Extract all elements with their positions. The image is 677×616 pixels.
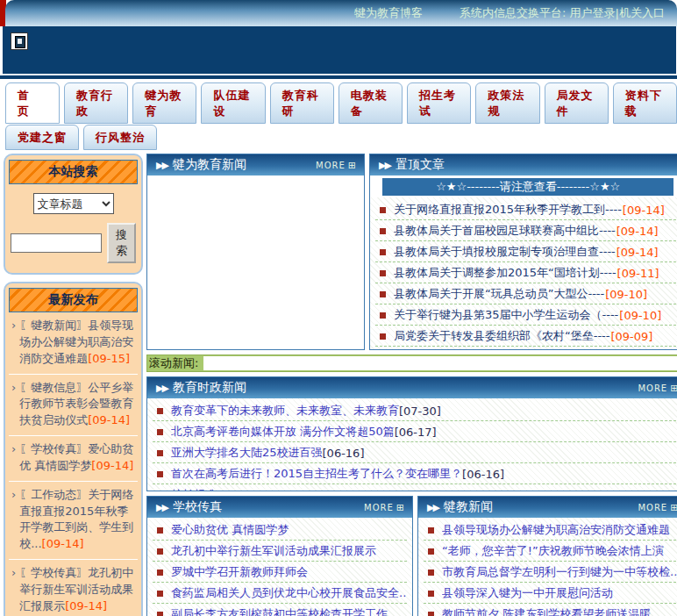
news-link[interactable]: 教师节前夕 陈建东到学校看望老师送温暖 <box>424 604 677 616</box>
news-link[interactable]: 教育变革下的未来教师、未来教室、未来教育 [07-30] <box>153 400 677 421</box>
main-column: ▶▶ 犍为教育新闻 MORE⊞ ▶▶ 置顶文章 ☆★☆--------请注意查看… <box>146 154 677 616</box>
nav-tab[interactable]: 犍为教育 <box>132 82 196 124</box>
latest-post-link[interactable]: › 〖学校传真〗爱心助贫优 真情圆学梦[09-14] <box>9 436 138 482</box>
more-link[interactable]: MORE⊞ <box>364 502 405 513</box>
pinned-article-link[interactable]: 关于举行犍为县第35届中小学生运动会（---- [09-10] <box>375 304 677 326</box>
news-link[interactable]: 副局长李方友到榨鼓初中等校检查开学工作 <box>153 604 407 616</box>
news-link[interactable]: 市教育局总督学左明利一行到犍为一中等校检... <box>424 562 677 583</box>
square-bullet-icon <box>157 527 163 534</box>
square-bullet-icon <box>380 207 386 213</box>
section-header: ▶▶ 犍为教育新闻 MORE⊞ <box>147 154 364 175</box>
school-fax-list: 爱心助贫优 真情圆学梦 龙孔初中举行新生军训活动成果汇报展示 罗城中学召开新教师… <box>147 518 412 616</box>
news-link[interactable]: 龙孔初中举行新生军训活动成果汇报展示 <box>153 541 407 562</box>
more-link[interactable]: MORE⊞ <box>316 160 357 171</box>
platform-login-link[interactable]: 系统内信息交换平台: 用户登录 <box>460 5 616 21</box>
arrow-bullet-icon: › <box>11 487 16 553</box>
news-title: “老师，您辛苦了!”庆祝教师节晚会浓情上演 <box>442 543 664 559</box>
pinned-article-link[interactable]: 关于网络直报直报2015年秋季开学教工到---- [09-14] <box>375 199 677 220</box>
article-title: 关于命名第一批县级名师工作室的通知------ <box>394 349 612 350</box>
scrolling-news-label: 滚动新闻: <box>147 355 202 371</box>
news-date: [06-16] <box>462 468 504 481</box>
plus-box-icon: ⊞ <box>396 502 405 513</box>
section-school-fax: ▶▶ 学校传真 MORE⊞ 爱心助贫优 真情圆学梦 龙孔初中举行新生 <box>146 496 413 616</box>
search-field-select[interactable]: 文章标题 <box>33 193 114 214</box>
gov-entry-link[interactable]: 机关入口 <box>619 5 665 21</box>
arrow-bullet-icon: › <box>11 380 16 430</box>
nav-tab[interactable]: 行风整治 <box>83 125 157 150</box>
nav-tab[interactable]: 教育行政 <box>64 82 128 124</box>
latest-post-link[interactable]: › 〖犍教新闻〗县领导现场办公解犍为职高治安消防交通难题[09-15] <box>9 312 138 375</box>
section-jianwei-education-news: ▶▶ 犍为教育新闻 MORE⊞ <box>146 154 365 350</box>
latest-post-link[interactable]: › 〖犍教信息〗公平乡举行教师节表彰会暨教育扶贫启动仪式[09-14] <box>9 375 138 437</box>
news-title: 龙孔初中举行新生军训活动成果汇报展示 <box>171 543 376 559</box>
plus-box-icon: ⊞ <box>670 383 677 394</box>
article-date: [09-14] <box>616 225 659 238</box>
search-button[interactable]: 搜索 <box>107 223 136 263</box>
news-title: 教师节前夕 陈建东到学校看望老师送温暖 <box>442 606 651 616</box>
article-date: [09-10] <box>605 288 647 301</box>
more-link[interactable]: MORE⊞ <box>638 383 677 394</box>
nav-tab[interactable]: 教育科研 <box>270 82 334 124</box>
nav-tab[interactable]: 电教装备 <box>338 82 403 124</box>
nav-tab[interactable]: 首 页 <box>5 82 60 124</box>
pinned-article-link[interactable]: 局党委关于转发县委组织部《农村“堡垒---- [09-09] <box>375 326 677 347</box>
latest-post-link[interactable]: › 〖工作动态〗关于网络直报直报2015年秋季开学教工到岗、学生到校...[09… <box>9 482 138 560</box>
pinned-article-link[interactable]: 县教体局关于开展“玩具总动员”大型公---- [09-10] <box>375 283 677 304</box>
square-bullet-icon <box>157 471 163 477</box>
pinned-article-link[interactable]: 县教体局关于调整参加2015年“国培计划---- [09-11] <box>375 262 677 283</box>
pinned-article-link[interactable]: 县教体局关于首届校园足球联赛高中组比---- [09-14] <box>375 220 677 241</box>
article-date: [09-11] <box>617 267 659 280</box>
news-title: 亚洲大学排名大陆25校进百强 <box>171 445 323 461</box>
double-arrow-icon: ▶▶ <box>427 502 438 513</box>
nav-tab[interactable]: 队伍建设 <box>201 82 265 124</box>
scrolling-news-marquee <box>203 356 677 370</box>
article-date: [09-14] <box>623 204 665 217</box>
nav-tab[interactable]: 党建之窗 <box>5 125 79 150</box>
news-date: [03-04] <box>217 489 259 492</box>
blog-link[interactable]: 犍为教育博客 <box>354 5 423 21</box>
attention-notice: ☆★☆--------请注意查看--------☆★☆ <box>382 178 673 196</box>
page-content: 本站搜索 文章标题 搜索 最新发布 › 〖犍教新闻〗县领导现场办公解犍为职高治安… <box>0 151 677 616</box>
search-input[interactable] <box>11 233 102 253</box>
square-bullet-icon <box>157 429 163 435</box>
news-title: 副局长李方友到榨鼓初中等校检查开学工作 <box>171 606 388 616</box>
news-link[interactable]: 罗城中学召开新教师拜师会 <box>153 562 407 583</box>
news-title: 爱心助贫优 真情圆学梦 <box>171 522 289 538</box>
latest-posts-title: 最新发布 <box>9 288 138 312</box>
news-link[interactable]: 首次在高考后进行！2015自主招生考了什么？变在哪里？ [06-16] <box>153 463 677 484</box>
latest-post-link[interactable]: › 〖学校传真〗龙孔初中举行新生军训活动成果汇报展示[09-14] <box>9 560 138 616</box>
nav-tab[interactable]: 资料下载 <box>613 82 677 124</box>
news-link[interactable]: “老师，您辛苦了!”庆祝教师节晚会浓情上演 <box>424 541 677 562</box>
article-title: 关于网络直报直报2015年秋季开学教工到---- <box>394 202 622 218</box>
news-date: [06-16] <box>323 447 365 460</box>
post-date: [09-14] <box>91 459 133 472</box>
news-link[interactable]: 爱心助贫优 真情圆学梦 <box>153 519 407 541</box>
news-link[interactable]: 校长标准 [03-04] <box>153 484 677 491</box>
square-bullet-icon <box>157 612 163 616</box>
article-title: 关于举行犍为县第35届中小学生运动会（---- <box>394 307 618 323</box>
post-date: [09-14] <box>65 599 107 612</box>
square-bullet-icon <box>157 591 163 597</box>
nav-tab[interactable]: 招生考试 <box>407 82 471 124</box>
more-link[interactable]: MORE⊞ <box>638 502 677 513</box>
pinned-article-link[interactable]: 县教体局关于填报校服定制专项治理自查---- [09-14] <box>375 241 677 262</box>
news-link[interactable]: 县领导现场办公解犍为职高治安消防交通难题 <box>424 519 677 541</box>
latest-post-text: 〖学校传真〗爱心助贫优 真情圆学梦[09-14] <box>19 441 137 475</box>
arrow-bullet-icon: › <box>11 318 16 368</box>
square-bullet-icon <box>157 569 163 576</box>
square-bullet-icon <box>380 312 386 319</box>
article-date: [09-09] <box>611 330 653 343</box>
broken-image-icon <box>11 32 28 50</box>
news-link[interactable]: 食药监局相关人员到伏龙中心校开展食品安全... <box>153 583 407 604</box>
section-title: 犍教新闻 <box>444 499 493 515</box>
nav-tab[interactable]: 局发文件 <box>545 82 609 124</box>
search-box-title: 本站搜索 <box>9 160 138 184</box>
news-link[interactable]: 北京高考评卷向媒体开放 满分作文将超50篇 [06-17] <box>153 421 677 442</box>
nav-tab[interactable]: 政策法规 <box>475 82 539 124</box>
arrow-bullet-icon: › <box>11 565 16 615</box>
news-link[interactable]: 亚洲大学排名大陆25校进百强 [06-16] <box>153 442 677 463</box>
news-link[interactable]: 县领导深入犍为一中开展慰问活动 <box>424 583 677 604</box>
pinned-article-link[interactable]: 关于命名第一批县级名师工作室的通知------ [09-08] <box>375 347 677 350</box>
double-arrow-icon: ▶▶ <box>379 160 390 171</box>
scrolling-news-bar: 滚动新闻: <box>146 355 677 372</box>
